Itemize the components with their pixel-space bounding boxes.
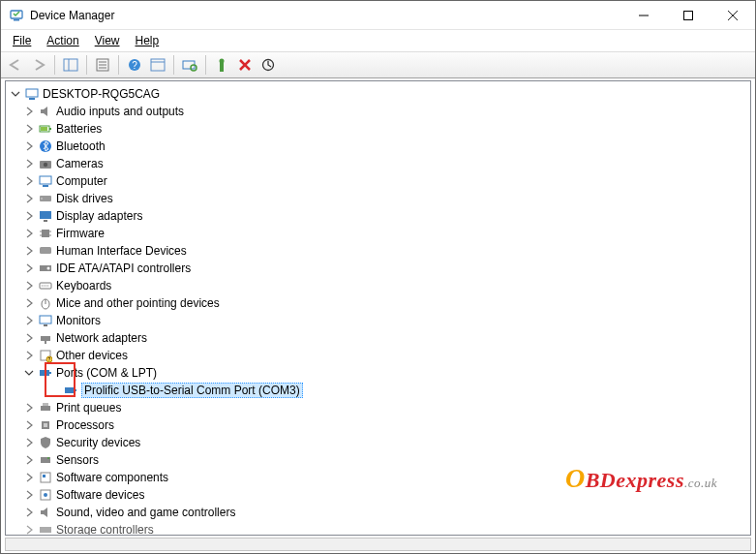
cpu-icon xyxy=(38,417,53,433)
toolbar-separator xyxy=(86,55,87,75)
cat-mice[interactable]: Mice and other pointing devices xyxy=(8,294,748,312)
svg-rect-63 xyxy=(44,423,47,427)
cat-storage[interactable]: Storage controllers xyxy=(8,521,748,535)
cat-batteries[interactable]: Batteries xyxy=(8,120,748,138)
expand-icon[interactable] xyxy=(21,435,37,450)
device-tree[interactable]: DESKTOP-RQG5CAG Audio inputs and outputs… xyxy=(6,81,750,535)
add-legacy-button[interactable] xyxy=(211,54,232,76)
expand-icon[interactable] xyxy=(21,121,37,137)
minimize-button[interactable] xyxy=(621,1,666,30)
camera-icon xyxy=(38,156,53,171)
svg-rect-26 xyxy=(49,128,51,130)
expand-icon[interactable] xyxy=(21,522,37,535)
app-icon xyxy=(9,8,24,23)
titlebar: Device Manager xyxy=(1,1,755,30)
show-hide-tree-button[interactable] xyxy=(60,54,81,76)
expand-icon[interactable] xyxy=(21,261,37,276)
window-title: Device Manager xyxy=(30,9,621,22)
cat-sound[interactable]: Sound, video and game controllers xyxy=(8,504,748,521)
menu-action[interactable]: Action xyxy=(41,32,84,49)
cat-firmware[interactable]: Firmware xyxy=(8,225,748,242)
root-label: DESKTOP-RQG5CAG xyxy=(43,87,160,101)
menu-file[interactable]: File xyxy=(7,32,37,49)
forward-button[interactable] xyxy=(28,54,49,76)
cat-network[interactable]: Network adapters xyxy=(8,329,748,347)
svg-point-44 xyxy=(47,267,50,270)
toolbar-separator xyxy=(118,55,119,75)
firmware-icon xyxy=(38,226,53,241)
hid-icon xyxy=(38,243,53,259)
properties-button[interactable] xyxy=(92,54,113,76)
expand-icon[interactable] xyxy=(21,295,37,311)
computer-icon xyxy=(38,173,53,189)
expand-icon[interactable] xyxy=(21,208,37,224)
close-button[interactable] xyxy=(711,1,755,30)
expand-icon[interactable] xyxy=(21,330,37,346)
svg-rect-37 xyxy=(42,230,49,237)
menu-help[interactable]: Help xyxy=(130,32,166,49)
expand-icon[interactable] xyxy=(21,278,37,293)
printer-icon xyxy=(38,400,53,416)
expand-icon[interactable] xyxy=(21,487,37,503)
svg-rect-23 xyxy=(26,89,38,97)
cat-cameras[interactable]: Cameras xyxy=(8,155,748,172)
expand-icon[interactable] xyxy=(21,173,37,189)
svg-rect-31 xyxy=(40,176,51,184)
cat-keyboards[interactable]: Keyboards xyxy=(8,277,748,294)
computer-icon xyxy=(24,86,40,102)
cat-hid[interactable]: Human Interface Devices xyxy=(8,242,748,260)
expand-icon[interactable] xyxy=(21,243,37,259)
bluetooth-icon xyxy=(38,138,53,154)
help-button[interactable]: ? xyxy=(124,54,145,76)
toolbar: ? xyxy=(1,51,755,78)
menu-view[interactable]: View xyxy=(89,32,126,49)
svg-rect-61 xyxy=(43,403,48,406)
action-button[interactable] xyxy=(147,54,168,76)
network-icon xyxy=(38,330,53,346)
expand-icon[interactable] xyxy=(21,470,37,485)
port-icon xyxy=(63,383,78,398)
expand-icon[interactable] xyxy=(21,348,37,363)
cat-print-queues[interactable]: Print queues xyxy=(8,399,748,416)
cat-processors[interactable]: Processors xyxy=(8,416,748,434)
cat-disk[interactable]: Disk drives xyxy=(8,190,748,207)
expand-icon[interactable] xyxy=(21,191,37,206)
expand-icon[interactable] xyxy=(21,400,37,416)
cat-display[interactable]: Display adapters xyxy=(8,207,748,225)
audio-icon xyxy=(38,104,53,119)
svg-rect-50 xyxy=(44,324,47,326)
expand-icon[interactable] xyxy=(21,313,37,328)
collapse-icon[interactable] xyxy=(21,365,37,381)
expand-icon[interactable] xyxy=(21,138,37,154)
software-icon xyxy=(38,470,53,485)
expand-icon[interactable] xyxy=(21,156,37,171)
expand-icon[interactable] xyxy=(21,452,37,468)
maximize-button[interactable] xyxy=(666,1,711,30)
cat-security[interactable]: Security devices xyxy=(8,434,748,451)
cat-monitors[interactable]: Monitors xyxy=(8,312,748,329)
svg-rect-59 xyxy=(75,389,76,391)
back-button[interactable] xyxy=(5,54,26,76)
update-driver-button[interactable] xyxy=(257,54,279,76)
svg-rect-14 xyxy=(151,59,165,71)
cat-computer[interactable]: Computer xyxy=(8,172,748,190)
cat-ports[interactable]: Ports (COM & LPT) xyxy=(8,364,748,382)
tree-root[interactable]: DESKTOP-RQG5CAG xyxy=(8,85,748,103)
cat-bluetooth[interactable]: Bluetooth xyxy=(8,138,748,155)
cat-audio[interactable]: Audio inputs and outputs xyxy=(8,103,748,120)
toolbar-separator xyxy=(173,55,174,75)
svg-rect-3 xyxy=(684,11,693,19)
device-prolific-com3[interactable]: Prolific USB-to-Serial Comm Port (COM3) xyxy=(8,382,748,399)
expand-icon[interactable] xyxy=(21,226,37,241)
svg-rect-24 xyxy=(29,98,35,100)
expand-icon[interactable] xyxy=(21,417,37,433)
expand-icon[interactable] xyxy=(21,505,37,520)
svg-rect-56 xyxy=(40,370,49,376)
scan-hardware-button[interactable] xyxy=(179,54,200,76)
expand-icon[interactable] xyxy=(21,104,37,119)
cat-other[interactable]: ?Other devices xyxy=(8,347,748,364)
cat-ide[interactable]: IDE ATA/ATAPI controllers xyxy=(8,260,748,277)
disk-icon xyxy=(38,191,53,206)
collapse-icon[interactable] xyxy=(8,86,23,102)
uninstall-button[interactable] xyxy=(234,54,256,76)
